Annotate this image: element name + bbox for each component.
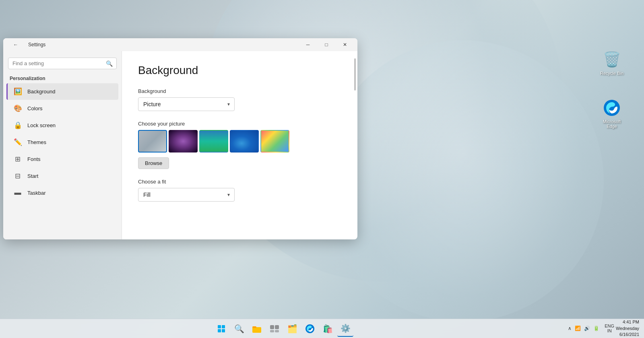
edge-label: Microsoft Edge bbox=[597, 119, 626, 129]
sidebar: 🔍 Personalization 🖼️ Background 🎨 Colors… bbox=[3, 51, 122, 239]
themes-icon: ✏️ bbox=[13, 138, 23, 146]
svg-rect-9 bbox=[270, 330, 274, 332]
taskbar-store-button[interactable]: 🛍️ bbox=[320, 321, 336, 337]
taskbar-search-button[interactable]: 🔍 bbox=[231, 321, 247, 337]
lock-screen-icon: 🔒 bbox=[13, 121, 23, 130]
time-display: 4:41 PM bbox=[616, 319, 639, 325]
taskbar-folder-button[interactable]: 🗂️ bbox=[284, 321, 300, 337]
svg-rect-2 bbox=[222, 325, 225, 328]
picture-thumb-4[interactable] bbox=[230, 130, 259, 153]
language-indicator[interactable]: ENGIN bbox=[605, 324, 614, 333]
recycle-bin-label: Recycle Bin bbox=[600, 71, 623, 76]
search-bar[interactable]: 🔍 bbox=[8, 58, 117, 69]
sidebar-item-label-start: Start bbox=[27, 173, 38, 179]
taskbar-right: ∧ 📶 🔊 🔋 ENGIN 4:41 PM Wednesday6/16/2021 bbox=[567, 319, 644, 338]
sidebar-item-label-lock-screen: Lock screen bbox=[27, 122, 56, 128]
sidebar-section-title: Personalization bbox=[3, 72, 122, 83]
picture-section: Choose your picture Browse bbox=[138, 121, 341, 169]
background-section: Background Picture Solid color Slideshow… bbox=[138, 88, 341, 111]
desktop-icon-edge[interactable]: Microsoft Edge bbox=[596, 97, 628, 130]
sidebar-item-label-fonts: Fonts bbox=[27, 156, 41, 162]
sidebar-item-lock-screen[interactable]: 🔒 Lock screen bbox=[6, 117, 118, 134]
start-icon: ⊟ bbox=[13, 172, 23, 180]
background-label: Background bbox=[138, 88, 341, 94]
recycle-bin-icon: 🗑️ bbox=[602, 50, 621, 69]
title-bar: ← Settings ─ □ ✕ bbox=[3, 38, 357, 51]
picture-thumb-1[interactable] bbox=[138, 130, 167, 153]
sidebar-item-taskbar[interactable]: ▬ Taskbar bbox=[6, 185, 118, 201]
sidebar-item-label-taskbar: Taskbar bbox=[27, 190, 46, 196]
picture-thumb-5[interactable] bbox=[260, 130, 289, 153]
search-icon: 🔍 bbox=[106, 60, 113, 67]
window-title: Settings bbox=[28, 42, 45, 47]
taskbar: 🔍 🗂️ 🛍️ bbox=[0, 319, 644, 338]
close-button[interactable]: ✕ bbox=[336, 38, 354, 51]
scrollbar[interactable] bbox=[354, 58, 356, 91]
systray: ∧ 📶 🔊 🔋 bbox=[567, 325, 601, 332]
picture-thumb-2[interactable] bbox=[169, 130, 198, 153]
sidebar-item-label-colors: Colors bbox=[27, 105, 43, 111]
taskbar-taskview-button[interactable] bbox=[266, 321, 283, 337]
browse-button[interactable]: Browse bbox=[138, 157, 169, 169]
taskbar-start-button[interactable] bbox=[213, 321, 229, 337]
svg-rect-5 bbox=[252, 327, 261, 333]
choose-picture-label: Choose your picture bbox=[138, 121, 341, 127]
fonts-icon: ⊞ bbox=[13, 155, 23, 163]
back-button[interactable]: ← bbox=[6, 38, 25, 51]
sidebar-item-fonts[interactable]: ⊞ Fonts bbox=[6, 151, 118, 167]
svg-rect-7 bbox=[270, 325, 274, 329]
svg-rect-4 bbox=[222, 329, 225, 332]
taskbar-sidebar-icon: ▬ bbox=[13, 189, 23, 197]
search-input[interactable] bbox=[8, 58, 117, 69]
svg-rect-3 bbox=[218, 329, 221, 332]
taskbar-edge-button[interactable] bbox=[302, 321, 318, 337]
fit-section: Choose a fit Fill Fit Stretch Tile Cente… bbox=[138, 179, 341, 202]
svg-point-11 bbox=[305, 324, 314, 333]
settings-window: 🔍 Personalization 🖼️ Background 🎨 Colors… bbox=[3, 38, 357, 239]
svg-rect-8 bbox=[275, 325, 279, 329]
fit-dropdown[interactable]: Fill Fit Stretch Tile Center Span bbox=[138, 188, 235, 202]
svg-rect-10 bbox=[275, 330, 279, 332]
background-dropdown[interactable]: Picture Solid color Slideshow bbox=[138, 97, 235, 111]
systray-volume-icon[interactable]: 🔊 bbox=[583, 325, 591, 332]
page-title: Background bbox=[138, 64, 341, 77]
taskbar-settings-button[interactable]: ⚙️ bbox=[337, 321, 353, 337]
main-content: Background Background Picture Solid colo… bbox=[122, 51, 357, 239]
taskbar-center: 🔍 🗂️ 🛍️ bbox=[0, 321, 567, 337]
clock[interactable]: 4:41 PM Wednesday6/16/2021 bbox=[616, 319, 639, 338]
colors-icon: 🎨 bbox=[13, 104, 23, 113]
background-dropdown-wrapper: Picture Solid color Slideshow ▾ bbox=[138, 97, 235, 111]
fit-dropdown-wrapper: Fill Fit Stretch Tile Center Span ▾ bbox=[138, 188, 235, 202]
background-icon: 🖼️ bbox=[13, 87, 23, 96]
sidebar-item-label-background: Background bbox=[27, 89, 55, 95]
taskbar-fileexplorer-button[interactable] bbox=[249, 321, 265, 337]
sidebar-item-background[interactable]: 🖼️ Background bbox=[6, 83, 118, 100]
picture-thumb-3[interactable] bbox=[199, 130, 228, 153]
title-bar-controls: ─ □ ✕ bbox=[299, 38, 354, 51]
systray-network-icon[interactable]: 📶 bbox=[574, 325, 582, 332]
sidebar-item-themes[interactable]: ✏️ Themes bbox=[6, 134, 118, 150]
desktop-icon-recycle-bin[interactable]: 🗑️ Recycle Bin bbox=[596, 48, 628, 77]
minimize-button[interactable]: ─ bbox=[299, 38, 317, 51]
title-bar-left: ← Settings bbox=[6, 38, 45, 51]
svg-rect-1 bbox=[218, 325, 221, 328]
maximize-button[interactable]: □ bbox=[317, 38, 336, 51]
sidebar-item-start[interactable]: ⊟ Start bbox=[6, 168, 118, 184]
systray-chevron[interactable]: ∧ bbox=[567, 325, 573, 332]
edge-icon bbox=[602, 98, 621, 117]
systray-battery-icon[interactable]: 🔋 bbox=[592, 325, 601, 332]
picture-grid bbox=[138, 130, 341, 153]
svg-rect-6 bbox=[252, 326, 256, 328]
date-display: Wednesday6/16/2021 bbox=[616, 326, 639, 338]
sidebar-item-label-themes: Themes bbox=[27, 139, 46, 145]
choose-fit-label: Choose a fit bbox=[138, 179, 341, 185]
sidebar-item-colors[interactable]: 🎨 Colors bbox=[6, 100, 118, 117]
